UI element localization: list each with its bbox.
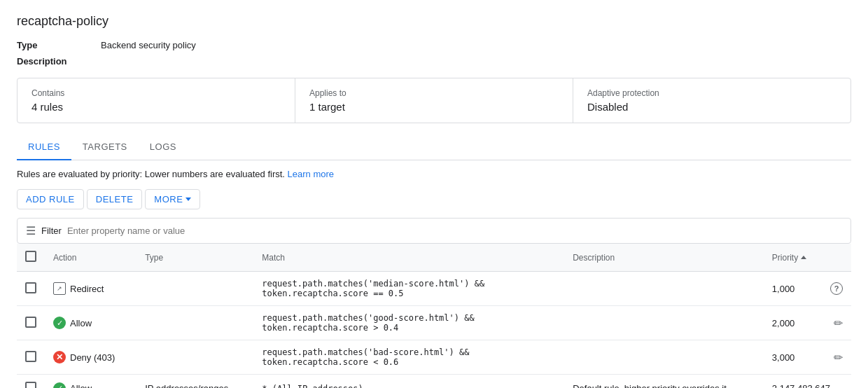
stats-cell-value: 4 rules bbox=[31, 101, 281, 113]
tab-targets[interactable]: TARGETS bbox=[71, 134, 139, 160]
priority-value-row: 3,000 ✏ bbox=[772, 351, 843, 364]
type-label: Type bbox=[17, 40, 101, 50]
stats-cell-value: 1 target bbox=[309, 101, 559, 113]
action-label: Redirect bbox=[70, 284, 104, 294]
priority-value: 1,000 bbox=[772, 284, 795, 294]
filter-bar: ☰ Filter bbox=[17, 218, 851, 244]
stats-box: Contains 4 rulesApplies to 1 targetAdapt… bbox=[17, 78, 851, 123]
action-label: Deny (403) bbox=[70, 352, 115, 363]
match-cell: request.path.matches('bad-score.html') &… bbox=[253, 340, 564, 375]
description-cell: Default rule, higher priority overrides … bbox=[564, 375, 764, 389]
th-type: Type bbox=[136, 244, 253, 272]
action-label: Allow bbox=[70, 383, 92, 388]
description-cell bbox=[564, 340, 764, 375]
page-title: recaptcha-policy bbox=[17, 14, 851, 29]
th-priority: Priority bbox=[764, 244, 851, 272]
row-checkbox[interactable] bbox=[25, 282, 36, 293]
priority-value-row: 2,000 ✏ bbox=[772, 317, 843, 330]
edit-icon[interactable]: ✏ bbox=[834, 317, 843, 330]
allow-icon: ✓ bbox=[53, 317, 66, 329]
select-all-checkbox[interactable] bbox=[25, 251, 36, 262]
match-cell: * (All IP addresses) bbox=[253, 375, 564, 389]
stats-cell-title: Contains bbox=[31, 88, 281, 98]
tab-rules[interactable]: RULES bbox=[17, 134, 71, 160]
stats-cell: Applies to 1 target bbox=[295, 78, 573, 123]
action-cell: ↗Redirect bbox=[53, 282, 128, 295]
priority-cell: 2,147,483,647 bbox=[764, 375, 851, 389]
stats-cell: Adaptive protection Disabled bbox=[573, 78, 850, 123]
delete-button[interactable]: DELETE bbox=[87, 189, 143, 209]
action-cell: ✓Allow bbox=[53, 382, 128, 389]
type-cell bbox=[136, 306, 253, 340]
stats-cell-value: Disabled bbox=[587, 101, 836, 113]
row-checkbox[interactable] bbox=[25, 317, 36, 328]
match-cell: request.path.matches('median-score.html'… bbox=[253, 272, 564, 306]
description-label: Description bbox=[17, 56, 851, 67]
rules-table: Action Type Match Description Priority ↗… bbox=[17, 244, 851, 388]
priority-cell: 1,000 ? bbox=[764, 272, 851, 306]
action-cell: ✕Deny (403) bbox=[53, 351, 128, 363]
edit-icon[interactable]: ✏ bbox=[834, 351, 843, 364]
type-cell bbox=[136, 272, 253, 306]
rules-info-text: Rules are evaluated by priority: Lower n… bbox=[17, 169, 851, 179]
allow-icon: ✓ bbox=[53, 382, 66, 389]
action-cell: ✓Allow bbox=[53, 317, 128, 329]
table-body: ↗Redirectrequest.path.matches('median-sc… bbox=[17, 272, 851, 389]
redirect-icon: ↗ bbox=[53, 282, 66, 295]
priority-value-row: 1,000 ? bbox=[772, 282, 843, 295]
priority-value: 2,000 bbox=[772, 318, 795, 328]
type-value: Backend security policy bbox=[101, 40, 196, 50]
type-cell bbox=[136, 340, 253, 375]
description-cell bbox=[564, 272, 764, 306]
stats-cell-title: Adaptive protection bbox=[587, 88, 836, 98]
sort-ascending-icon bbox=[801, 256, 806, 259]
priority-cell: 2,000 ✏ bbox=[764, 306, 851, 340]
th-action: Action bbox=[45, 244, 136, 272]
more-button[interactable]: MORE bbox=[145, 189, 200, 209]
row-checkbox[interactable] bbox=[25, 382, 36, 388]
match-cell: request.path.matches('good-score.html') … bbox=[253, 306, 564, 340]
table-row: ↗Redirectrequest.path.matches('median-sc… bbox=[17, 272, 851, 306]
add-rule-button[interactable]: ADD RULE bbox=[17, 189, 84, 209]
filter-input[interactable] bbox=[67, 226, 842, 236]
chevron-down-icon bbox=[186, 198, 191, 201]
tab-logs[interactable]: LOGS bbox=[139, 134, 188, 160]
th-description: Description bbox=[564, 244, 764, 272]
tabs-bar: RULESTARGETSLOGS bbox=[17, 134, 851, 160]
help-icon[interactable]: ? bbox=[830, 282, 843, 295]
stats-cell: Contains 4 rules bbox=[18, 78, 295, 123]
priority-value: 3,000 bbox=[772, 352, 795, 363]
table-row: ✕Deny (403)request.path.matches('bad-sco… bbox=[17, 340, 851, 375]
action-label: Allow bbox=[70, 318, 92, 328]
toolbar: ADD RULE DELETE MORE bbox=[17, 189, 851, 209]
type-row: Type Backend security policy bbox=[17, 40, 851, 50]
th-checkbox bbox=[17, 244, 45, 272]
priority-value: 2,147,483,647 bbox=[772, 383, 830, 388]
table-row: ✓AllowIP addresses/ranges* (All IP addre… bbox=[17, 375, 851, 389]
description-cell bbox=[564, 306, 764, 340]
learn-more-link[interactable]: Learn more bbox=[288, 169, 334, 179]
type-cell: IP addresses/ranges bbox=[136, 375, 253, 389]
row-checkbox[interactable] bbox=[25, 351, 36, 362]
filter-icon: ☰ bbox=[26, 224, 36, 237]
stats-cell-title: Applies to bbox=[309, 88, 559, 98]
table-row: ✓Allowrequest.path.matches('good-score.h… bbox=[17, 306, 851, 340]
th-match: Match bbox=[253, 244, 564, 272]
priority-value-row: 2,147,483,647 bbox=[772, 383, 843, 388]
table-header: Action Type Match Description Priority bbox=[17, 244, 851, 272]
deny-icon: ✕ bbox=[53, 351, 66, 363]
priority-cell: 3,000 ✏ bbox=[764, 340, 851, 375]
filter-label: Filter bbox=[41, 226, 62, 236]
